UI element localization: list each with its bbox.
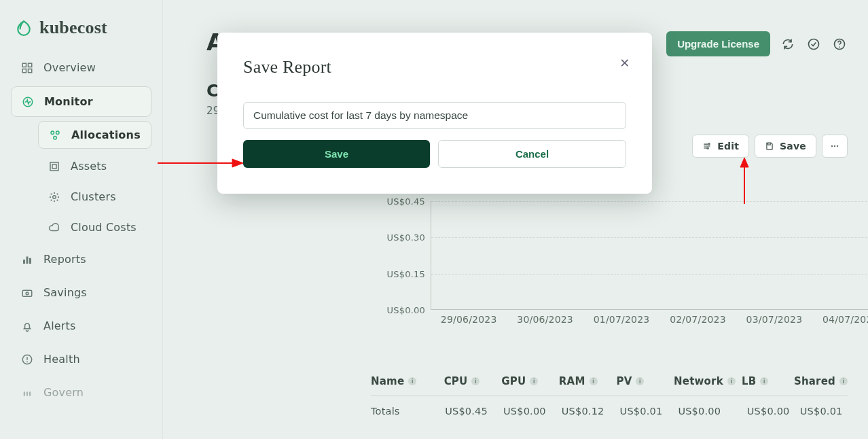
nav-monitor[interactable]: Monitor xyxy=(11,86,151,117)
check-circle-icon[interactable] xyxy=(806,36,822,52)
svg-point-18 xyxy=(56,199,58,200)
grid-icon xyxy=(20,62,34,74)
svg-point-26 xyxy=(26,361,28,362)
nav-allocations[interactable]: Allocations xyxy=(38,121,151,149)
td-network: US$0.00 xyxy=(678,406,746,417)
edit-button[interactable]: Edit xyxy=(692,135,749,158)
svg-point-12 xyxy=(54,200,55,201)
td-cpu: US$0.45 xyxy=(445,406,503,417)
td-gpu: US$0.00 xyxy=(503,406,562,417)
nav-assets[interactable]: Assets xyxy=(38,153,151,179)
svg-point-38 xyxy=(837,145,838,147)
nav-label: Overview xyxy=(43,61,96,74)
chart-x-tick: 02/07/2023 xyxy=(659,314,736,325)
nav-health[interactable]: Health xyxy=(11,345,151,374)
svg-rect-3 xyxy=(29,69,32,72)
nav-monitor-children: Allocations Assets Clusters Cloud Costs xyxy=(38,121,151,241)
nav-label: Clusters xyxy=(71,190,116,203)
svg-point-16 xyxy=(56,193,58,194)
chart-gridline xyxy=(431,274,868,275)
svg-rect-20 xyxy=(26,256,29,264)
info-icon[interactable]: i xyxy=(530,377,538,385)
clusters-icon xyxy=(48,191,61,203)
more-horizontal-icon xyxy=(829,141,840,152)
chart-y-tick: US$0.00 xyxy=(387,305,425,315)
svg-point-11 xyxy=(54,192,55,193)
td-shared: US$0.01 xyxy=(800,406,848,417)
chart-grid xyxy=(431,201,868,310)
edit-label: Edit xyxy=(717,141,739,152)
td-name: Totals xyxy=(371,406,445,417)
svg-point-34 xyxy=(707,147,708,149)
chart-gridline xyxy=(431,201,868,202)
app-name: kubecost xyxy=(39,18,107,38)
svg-rect-29 xyxy=(29,391,31,396)
nav-savings[interactable]: Savings xyxy=(11,278,151,307)
nav-clusters[interactable]: Clusters xyxy=(38,183,151,210)
svg-point-17 xyxy=(50,199,52,200)
cost-chart: US$0.00US$0.15US$0.30US$0.45 29/06/20233… xyxy=(371,201,868,330)
svg-point-6 xyxy=(56,131,60,135)
govern-icon xyxy=(20,387,34,399)
svg-point-5 xyxy=(51,131,54,135)
svg-rect-35 xyxy=(768,143,771,145)
chart-x-axis: 29/06/202330/06/202301/07/202302/07/2023… xyxy=(431,314,868,325)
upgrade-license-button[interactable]: Upgrade License xyxy=(666,31,770,56)
svg-rect-21 xyxy=(29,258,31,263)
sidebar: kubecost Overview Monitor Allocations As… xyxy=(0,0,163,439)
td-ram: US$0.12 xyxy=(562,406,620,417)
save-icon xyxy=(765,141,774,151)
refresh-icon[interactable] xyxy=(780,36,796,52)
chart-y-tick: US$0.45 xyxy=(387,196,425,207)
nav-reports[interactable]: Reports xyxy=(11,245,151,274)
nav-label: Assets xyxy=(71,160,107,173)
svg-point-30 xyxy=(809,39,819,49)
app-logo: kubecost xyxy=(15,18,147,38)
nav-cloud-costs[interactable]: Cloud Costs xyxy=(38,214,151,241)
info-icon[interactable]: i xyxy=(408,377,416,385)
svg-point-14 xyxy=(58,196,59,197)
info-icon[interactable]: i xyxy=(636,377,644,385)
cost-table: Namei CPUi GPUi RAMi PVi Networki LBi Sh… xyxy=(371,367,848,426)
svg-marker-40 xyxy=(232,159,243,167)
chart-x-tick: 29/06/2023 xyxy=(431,314,507,325)
help-icon[interactable] xyxy=(831,36,848,52)
chart-x-tick: 03/07/2023 xyxy=(736,314,812,325)
nav-label: Savings xyxy=(43,286,87,299)
health-icon xyxy=(20,353,34,366)
nav-label: Govern xyxy=(43,386,84,399)
save-button[interactable]: Save xyxy=(755,135,816,158)
svg-point-37 xyxy=(834,145,835,147)
nav-label: Reports xyxy=(43,253,86,266)
svg-rect-19 xyxy=(23,260,25,264)
th: Shared xyxy=(794,375,835,387)
top-actions: Upgrade License xyxy=(666,31,848,56)
table-header: Namei CPUi GPUi RAMi PVi Networki LBi Sh… xyxy=(371,367,848,396)
leaf-icon xyxy=(15,19,33,37)
nav-overview[interactable]: Overview xyxy=(11,53,151,82)
nav-govern[interactable]: Govern xyxy=(11,378,151,407)
main-content: A Upgrade License C 29 Edit Save US$0.00… xyxy=(163,0,868,439)
chart-x-tick: 01/07/2023 xyxy=(583,314,659,325)
nav-alerts[interactable]: Alerts xyxy=(11,311,151,340)
info-icon[interactable]: i xyxy=(471,377,480,385)
annotation-arrow-to-save-pill xyxy=(738,158,751,204)
savings-icon xyxy=(20,287,34,299)
annotation-arrow-to-modal-save xyxy=(158,156,245,170)
info-icon[interactable]: i xyxy=(590,377,598,385)
allocations-icon xyxy=(48,129,62,141)
info-icon[interactable]: i xyxy=(839,377,848,385)
svg-point-33 xyxy=(708,143,710,145)
svg-rect-22 xyxy=(22,290,32,296)
svg-rect-9 xyxy=(52,164,56,169)
svg-point-10 xyxy=(53,195,56,198)
info-icon[interactable]: i xyxy=(727,377,736,385)
info-icon[interactable]: i xyxy=(760,377,768,385)
assets-icon xyxy=(48,160,61,173)
nav-label: Alerts xyxy=(43,319,76,332)
svg-point-15 xyxy=(50,193,52,194)
svg-rect-27 xyxy=(24,391,25,396)
svg-rect-0 xyxy=(22,63,26,67)
report-toolbar: Edit Save xyxy=(692,135,848,158)
more-button[interactable] xyxy=(822,135,848,158)
